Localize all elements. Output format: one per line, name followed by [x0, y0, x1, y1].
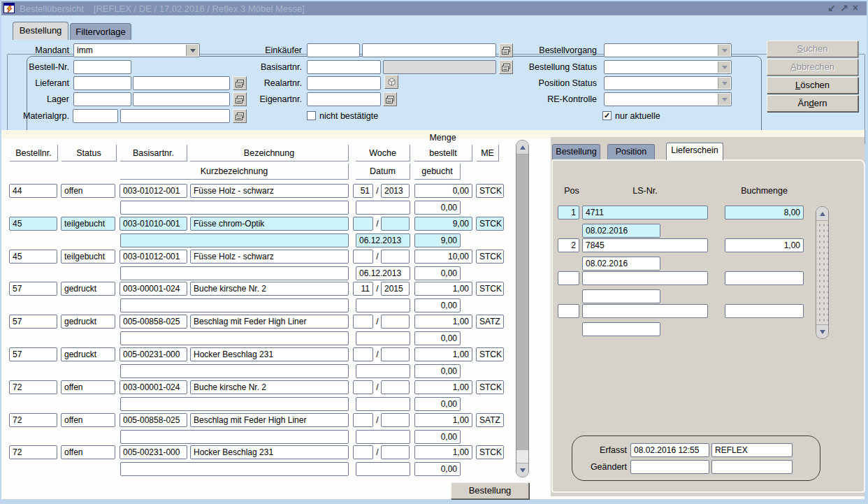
bestellvorgang-dropdown-icon[interactable] [718, 45, 730, 56]
mandant-dropdown-icon[interactable] [186, 45, 198, 56]
lieferant-name-input[interactable] [133, 76, 230, 90]
cell-jahr[interactable] [381, 413, 410, 427]
cell-gebucht[interactable]: 0,00 [414, 430, 461, 444]
cell-kurzbezeichnung[interactable] [120, 331, 349, 345]
cell-bestellnr[interactable]: 57 [9, 315, 57, 329]
ls-cell-pos[interactable]: 1 [558, 206, 579, 219]
cell-me[interactable]: STCK [476, 445, 504, 459]
cell-basisartnr[interactable]: 003-01010-001 [120, 217, 187, 231]
ls-cell-pos[interactable] [558, 304, 579, 318]
cell-basisartnr[interactable]: 005-00231-000 [120, 347, 187, 361]
cell-bezeichnung[interactable]: Füsse Holz - schwarz [190, 184, 349, 198]
bestellung-footer-button[interactable]: Bestellung [451, 482, 529, 499]
cell-bezeichnung[interactable]: Beschlag mit Feder High Liner [190, 315, 349, 329]
cell-gebucht[interactable]: 0,00 [414, 397, 461, 411]
cell-basisartnr[interactable]: 005-00858-025 [120, 315, 187, 329]
ls-cell-lsnr[interactable]: 4711 [582, 206, 708, 219]
tab-bestellung[interactable]: Bestellung [13, 22, 68, 40]
ls-cell-pos[interactable] [558, 271, 579, 285]
cell-woche[interactable] [353, 347, 373, 361]
cell-me[interactable]: STCK [476, 347, 504, 361]
cell-gebucht[interactable]: 0,00 [414, 462, 461, 476]
lager-name-input[interactable] [133, 92, 230, 106]
cell-jahr[interactable]: 2015 [381, 282, 410, 296]
cell-bestellt[interactable]: 1,00 [414, 282, 472, 296]
cell-jahr[interactable] [381, 250, 410, 264]
cell-status[interactable]: gedruckt [61, 315, 115, 329]
cell-gebucht[interactable]: 0,00 [414, 266, 461, 280]
cell-bezeichnung[interactable]: Buche kirsche Nr. 2 [190, 380, 349, 394]
detail-scroll-up-icon[interactable] [816, 207, 828, 221]
position-status-select[interactable] [604, 76, 732, 90]
materialgrp-nr-input[interactable] [73, 109, 118, 123]
detail-tab-position[interactable]: Position [607, 144, 655, 159]
cell-woche[interactable] [353, 445, 373, 459]
einkaeufer-name-input[interactable] [362, 43, 496, 57]
ls-cell-datum[interactable] [582, 322, 660, 336]
cell-datum[interactable] [356, 331, 410, 345]
cell-status[interactable]: gedruckt [61, 347, 115, 361]
cell-kurzbezeichnung[interactable] [120, 233, 349, 247]
cell-bestellt[interactable]: 1,00 [414, 347, 472, 361]
cell-me[interactable]: SATZ [476, 413, 504, 427]
cell-basisartnr[interactable]: 005-00231-000 [120, 445, 187, 459]
cell-bestellt[interactable]: 1,00 [414, 445, 472, 459]
bestellnr-input[interactable] [73, 60, 131, 74]
cell-jahr[interactable] [381, 380, 410, 394]
cell-bestellt[interactable]: 0,00 [414, 184, 472, 198]
einkaeufer-nr-input[interactable] [307, 43, 360, 57]
cell-gebucht[interactable]: 0,00 [414, 201, 461, 215]
cell-kurzbezeichnung[interactable] [120, 430, 349, 444]
cell-bestellt[interactable]: 10,00 [414, 250, 472, 264]
cell-bestellnr[interactable]: 45 [9, 250, 57, 264]
realartnr-article-button[interactable] [384, 75, 398, 89]
cell-bestellnr[interactable]: 57 [9, 282, 57, 296]
eigenartnr-input[interactable] [307, 92, 381, 106]
cell-basisartnr[interactable]: 003-01012-001 [120, 250, 187, 264]
cell-status[interactable]: offen [61, 445, 115, 459]
cell-me[interactable]: STCK [476, 217, 504, 231]
cell-jahr[interactable] [381, 217, 410, 231]
cell-me[interactable]: STCK [476, 184, 504, 198]
detail-tab-lieferschein[interactable]: Lieferschein [666, 143, 723, 160]
cell-bestellt[interactable]: 1,00 [414, 413, 472, 427]
cell-datum[interactable] [356, 201, 410, 215]
cell-datum[interactable]: 06.12.2013 [356, 266, 410, 280]
cell-bezeichnung[interactable]: Hocker Beschlag 231 [190, 347, 349, 361]
cell-datum[interactable]: 06.12.2013 [356, 233, 410, 247]
cell-me[interactable]: STCK [476, 250, 504, 264]
ls-cell-buchmenge[interactable] [725, 304, 804, 318]
table-scrollbar-thumb[interactable] [516, 154, 528, 450]
cell-kurzbezeichnung[interactable] [120, 397, 349, 411]
cell-kurzbezeichnung[interactable] [120, 298, 349, 312]
materialgrp-lov-button[interactable] [233, 109, 247, 123]
realartnr-input[interactable] [307, 76, 381, 90]
materialgrp-name-input[interactable] [120, 109, 230, 123]
cell-status[interactable]: gedruckt [61, 282, 115, 296]
basisartnr-input[interactable] [307, 60, 381, 74]
ls-cell-lsnr[interactable] [582, 271, 708, 285]
aendern-button[interactable]: Ändern [767, 95, 858, 112]
ls-cell-buchmenge[interactable]: 8,00 [725, 206, 804, 219]
scroll-up-icon[interactable] [516, 141, 528, 154]
abbrechen-button[interactable]: Abbrechen [767, 59, 858, 75]
cell-basisartnr[interactable]: 003-00001-024 [120, 380, 187, 394]
nicht-bestaetigte-checkbox[interactable] [307, 111, 316, 120]
restore-icon[interactable]: ↗ [840, 2, 853, 13]
cell-woche[interactable] [353, 217, 373, 231]
tab-filtervorlage[interactable]: Filtervorlage [70, 23, 131, 40]
cell-woche[interactable] [353, 315, 373, 329]
detail-scroll-down-icon[interactable] [816, 324, 828, 338]
cell-bestellnr[interactable]: 45 [9, 217, 57, 231]
cell-status[interactable]: teilgebucht [61, 250, 115, 264]
lager-nr-input[interactable] [73, 92, 131, 106]
cell-me[interactable]: SATZ [476, 315, 504, 329]
cell-gebucht[interactable]: 9,00 [414, 233, 461, 247]
detail-scrollbar[interactable] [816, 206, 829, 339]
cell-basisartnr[interactable]: 003-01012-001 [120, 184, 187, 198]
position-status-dropdown-icon[interactable] [718, 78, 730, 89]
cell-bestellt[interactable]: 1,00 [414, 315, 472, 329]
cell-datum[interactable] [356, 430, 410, 444]
detail-scrollbar-track[interactable] [816, 221, 828, 324]
cell-bestellnr[interactable]: 72 [9, 445, 57, 459]
